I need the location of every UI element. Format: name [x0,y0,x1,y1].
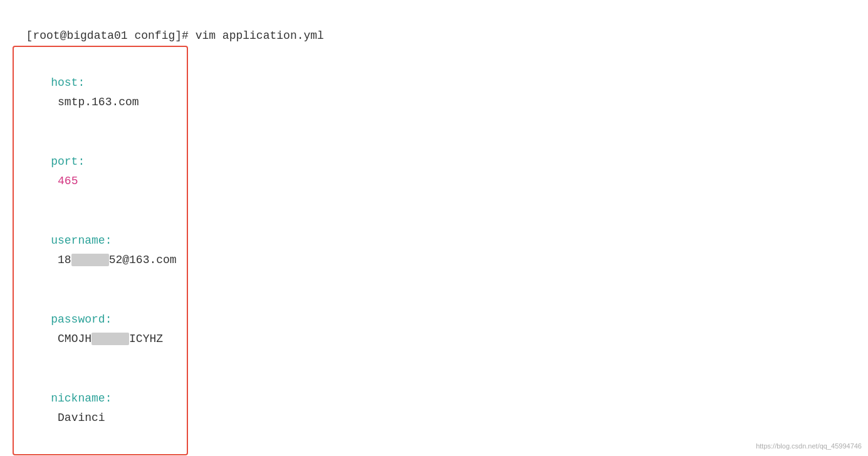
nickname-line: nickname: Davinci [24,369,177,448]
host-line: host: smtp.163.com [24,53,177,132]
username-line: username: 18 52@163.com [24,211,177,290]
password-blurred [92,333,129,345]
username-blurred [71,254,109,266]
terminal-command: [root@bigdata01 config]# vim application… [13,6,855,46]
smtp-credentials-box: host: smtp.163.com port: 465 username: 1… [13,46,188,455]
password-line: password: CMOJH ICYHZ [24,290,177,369]
watermark: https://blog.csdn.net/qq_45994746 [756,442,862,450]
port-line: port: 465 [24,132,177,211]
